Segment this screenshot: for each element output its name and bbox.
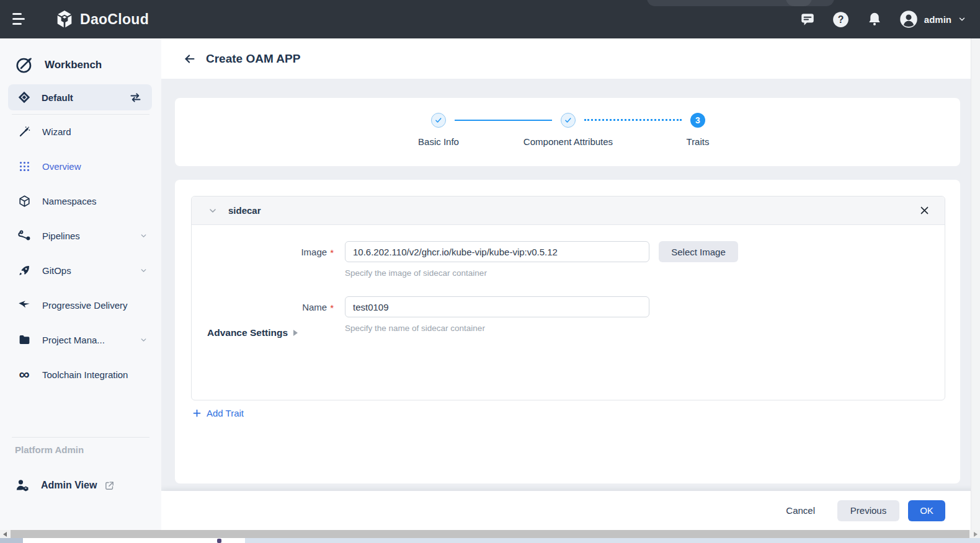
workspace-label: Default (42, 92, 129, 103)
sidebar-item-default-workspace[interactable]: Default (8, 84, 152, 110)
user-menu[interactable]: admin (899, 10, 966, 29)
sidebar-item-toolchain-integration[interactable]: ∞ Toolchain Integration (0, 357, 161, 392)
step-connector-dotted (584, 119, 682, 121)
step-3-node[interactable]: 3 (690, 113, 705, 128)
bell-icon[interactable] (866, 11, 883, 28)
grid-icon (17, 161, 31, 172)
page-header: Create OAM APP (161, 38, 980, 79)
previous-button[interactable]: Previous (837, 500, 899, 521)
stepper: 3 Basic Info Component Attributes Traits (175, 98, 960, 166)
footer-action-bar: Cancel Previous OK (161, 491, 980, 530)
sidebar-item-wizard[interactable]: Wizard (0, 114, 161, 149)
required-asterisk: * (330, 247, 334, 258)
trait-title: sidecar (228, 205, 919, 216)
name-input[interactable] (345, 296, 649, 317)
cube-logo-icon (55, 9, 74, 29)
username: admin (924, 14, 951, 25)
namespace-cube-icon (17, 195, 31, 208)
help-icon[interactable]: ? (832, 11, 850, 28)
infinity-icon: ∞ (17, 367, 31, 382)
chevron-down-icon (140, 336, 148, 344)
traits-panel: sidecar Image * Select Image Specify (175, 180, 960, 483)
add-trait-label: Add Trait (207, 408, 244, 418)
image-field-row: Image * Select Image (192, 241, 945, 262)
platform-admin-section-label: Platform Admin (15, 444, 84, 455)
brand[interactable]: DaoCloud (55, 0, 149, 38)
trait-card-sidecar: sidecar Image * Select Image Specify (191, 196, 945, 400)
step-1-label: Basic Info (418, 136, 459, 147)
name-label: Name (302, 302, 327, 312)
scroll-right-arrow-icon[interactable] (974, 532, 978, 537)
chat-icon[interactable] (799, 11, 816, 28)
content-area: 3 Basic Info Component Attributes Traits… (161, 79, 980, 491)
image-helper-text: Specify the image of sidecar container (345, 268, 945, 278)
workbench-label: Workbench (45, 59, 102, 71)
required-asterisk: * (330, 302, 334, 313)
add-trait-button[interactable]: Add Trait (192, 408, 244, 418)
sidebar-item-project-management[interactable]: Project Mana... (0, 322, 161, 357)
sidebar-item-overview[interactable]: Overview (0, 149, 161, 183)
top-bar: DaoCloud ? (0, 0, 980, 38)
step-1-node[interactable] (431, 113, 446, 128)
sidebar-item-workbench[interactable]: Workbench (0, 52, 161, 78)
bottom-edge-strip (0, 538, 980, 543)
sidebar-item-progressive-delivery[interactable]: Progressive Delivery (0, 288, 161, 322)
step-connector-solid (455, 120, 552, 121)
chevron-right-icon (293, 330, 298, 336)
horizontal-scrollbar[interactable] (0, 530, 980, 538)
ok-button[interactable]: OK (908, 500, 945, 521)
brand-name: DaoCloud (80, 11, 149, 28)
step-2-node[interactable] (561, 113, 576, 128)
advance-settings-label: Advance Settings (207, 327, 288, 338)
trait-card-header[interactable]: sidecar (192, 196, 945, 225)
scroll-left-arrow-icon[interactable] (3, 532, 7, 537)
external-link-icon (104, 480, 115, 491)
page-title: Create OAM APP (206, 52, 300, 66)
sidebar-item-pipelines[interactable]: Pipelines (0, 218, 161, 253)
rocket-icon (17, 264, 31, 277)
vertical-scrollbar[interactable] (971, 38, 980, 530)
sidebar-item-admin-view[interactable]: Admin View (0, 472, 161, 498)
sidebar-divider (12, 437, 149, 438)
main-area: Create OAM APP 3 Basic Info Component At… (161, 38, 980, 530)
folder-icon (17, 333, 31, 347)
step-3-label: Traits (687, 136, 710, 147)
sidebar-nav: Wizard Overview Namespaces (0, 114, 161, 392)
cancel-button[interactable]: Cancel (775, 505, 826, 516)
workbench-icon (15, 56, 33, 74)
workspace-icon (17, 90, 31, 104)
sidebar: Workbench Default (0, 38, 161, 530)
sidebar-item-gitops[interactable]: GitOps (0, 253, 161, 288)
admin-view-label: Admin View (41, 480, 97, 491)
bottom-glyph (217, 539, 221, 543)
name-helper-text: Specify the name of sidecar container (345, 324, 945, 333)
pipeline-icon (17, 229, 31, 242)
sidebar-item-namespaces[interactable]: Namespaces (0, 183, 161, 218)
trait-card-body: Image * Select Image Specify the image o… (192, 225, 945, 333)
chevron-down-icon (958, 15, 966, 24)
image-label: Image (301, 247, 327, 257)
avatar-icon (899, 10, 918, 29)
name-field-row: Name * (192, 296, 945, 317)
switch-workspace-icon[interactable] (129, 91, 142, 104)
wand-icon (17, 125, 31, 138)
horizontal-scrollbar-thumb[interactable] (11, 530, 969, 538)
step-2-label: Component Attributes (523, 136, 613, 147)
back-arrow-icon[interactable] (182, 51, 197, 66)
collapse-chevron-icon[interactable] (208, 206, 218, 216)
select-image-button[interactable]: Select Image (659, 241, 738, 262)
advance-settings-toggle[interactable]: Advance Settings (207, 327, 298, 338)
image-input[interactable] (345, 241, 649, 262)
bird-icon (17, 298, 31, 312)
menu-icon[interactable] (12, 11, 29, 27)
chevron-down-icon (140, 232, 148, 240)
chevron-down-icon (140, 267, 148, 275)
svg-text:?: ? (838, 14, 844, 25)
plus-icon (192, 408, 202, 418)
admin-user-icon (15, 478, 30, 493)
close-icon[interactable] (919, 205, 930, 216)
